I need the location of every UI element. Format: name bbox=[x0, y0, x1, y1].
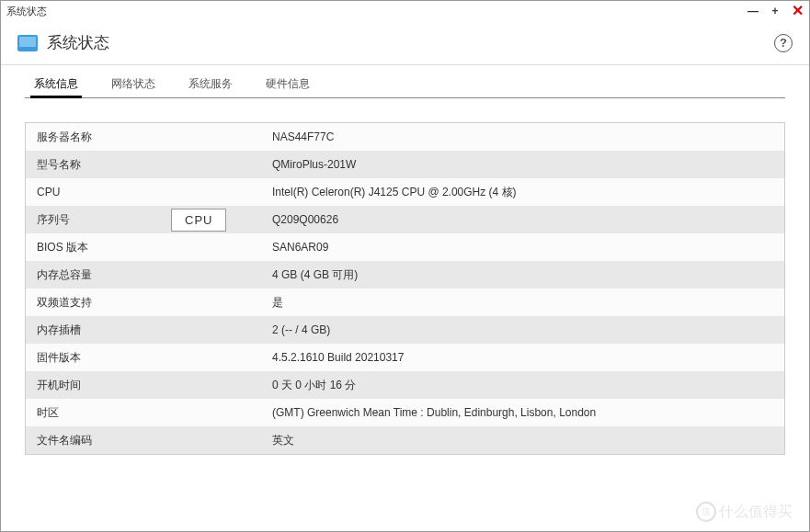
row-label-text: CPU bbox=[37, 186, 60, 198]
table-row: 内存插槽2 (-- / 4 GB) bbox=[26, 316, 784, 344]
tab-0[interactable]: 系统信息 bbox=[34, 76, 78, 97]
row-label-text: 服务器名称 bbox=[37, 130, 92, 145]
tab-2[interactable]: 系统服务 bbox=[188, 76, 233, 97]
row-label: 文件名编码 bbox=[37, 433, 272, 448]
row-label-text: 序列号 bbox=[37, 212, 70, 228]
row-label: 双频道支持 bbox=[37, 295, 272, 311]
row-value: QMiroPlus-201W bbox=[272, 158, 773, 171]
row-value: 2 (-- / 4 GB) bbox=[272, 323, 773, 336]
row-label-text: BIOS 版本 bbox=[37, 240, 88, 255]
tab-1[interactable]: 网络状态 bbox=[111, 76, 155, 97]
table-row: 时区(GMT) Greenwich Mean Time : Dublin, Ed… bbox=[26, 399, 784, 426]
row-label: 时区 bbox=[37, 405, 272, 421]
row-value: 英文 bbox=[272, 433, 773, 448]
table-row: 内存总容量4 GB (4 GB 可用) bbox=[26, 261, 784, 289]
row-label-text: 双频道支持 bbox=[37, 295, 92, 311]
row-value: 0 天 0 小时 16 分 bbox=[272, 378, 773, 393]
row-label-text: 文件名编码 bbox=[37, 433, 92, 448]
table-row: CPUIntel(R) Celeron(R) J4125 CPU @ 2.00G… bbox=[26, 178, 784, 206]
table-row: 开机时间0 天 0 小时 16 分 bbox=[26, 371, 784, 399]
close-button[interactable]: ✕ bbox=[791, 5, 804, 17]
row-label: 序列号CPU bbox=[37, 209, 272, 232]
table-row: BIOS 版本SAN6AR09 bbox=[26, 233, 784, 261]
row-value: Intel(R) Celeron(R) J4125 CPU @ 2.00GHz … bbox=[272, 185, 773, 200]
row-label: BIOS 版本 bbox=[37, 240, 272, 255]
row-label-text: 型号名称 bbox=[37, 157, 81, 173]
table-row: 型号名称QMiroPlus-201W bbox=[26, 151, 784, 178]
tabs: 系统信息网络状态系统服务硬件信息 bbox=[25, 74, 785, 98]
row-label-text: 内存插槽 bbox=[37, 323, 81, 338]
table-row: 固件版本4.5.2.1610 Build 20210317 bbox=[26, 344, 784, 371]
content-area: 系统信息网络状态系统服务硬件信息 服务器名称NAS44F77C型号名称QMiro… bbox=[1, 65, 809, 531]
system-status-window: 系统状态 — + ✕ 系统状态 ? 系统信息网络状态系统服务硬件信息 服务器名称… bbox=[0, 0, 810, 532]
table-row: 服务器名称NAS44F77C bbox=[26, 123, 784, 151]
row-label: 内存插槽 bbox=[37, 323, 272, 338]
row-value: Q209Q00626 bbox=[272, 213, 773, 226]
cpu-badge: CPU bbox=[171, 209, 226, 232]
system-info-table: 服务器名称NAS44F77C型号名称QMiroPlus-201WCPUIntel… bbox=[25, 122, 785, 455]
row-label: 型号名称 bbox=[37, 157, 272, 173]
row-label: 开机时间 bbox=[37, 378, 272, 393]
row-label-text: 开机时间 bbox=[37, 378, 81, 393]
window-title: 系统状态 bbox=[6, 5, 747, 18]
monitor-icon bbox=[17, 35, 38, 51]
row-label: 固件版本 bbox=[37, 350, 272, 366]
row-label-text: 内存总容量 bbox=[37, 267, 92, 283]
row-value: 是 bbox=[272, 295, 773, 311]
help-icon[interactable]: ? bbox=[774, 34, 793, 52]
window-controls: — + ✕ bbox=[747, 5, 804, 17]
row-label: 内存总容量 bbox=[37, 267, 272, 283]
titlebar: 系统状态 — + ✕ bbox=[1, 1, 809, 21]
row-value: SAN6AR09 bbox=[272, 241, 773, 254]
maximize-button[interactable]: + bbox=[769, 5, 781, 17]
row-label: 服务器名称 bbox=[37, 130, 272, 145]
row-label-text: 固件版本 bbox=[37, 350, 81, 366]
row-value: 4.5.2.1610 Build 20210317 bbox=[272, 351, 773, 364]
minimize-button[interactable]: — bbox=[747, 5, 759, 17]
page-title: 系统状态 bbox=[47, 32, 774, 53]
table-row: 双频道支持是 bbox=[26, 289, 784, 316]
row-value: 4 GB (4 GB 可用) bbox=[272, 267, 773, 283]
row-value: (GMT) Greenwich Mean Time : Dublin, Edin… bbox=[272, 406, 773, 419]
row-value: NAS44F77C bbox=[272, 130, 773, 143]
row-label: CPU bbox=[37, 186, 272, 198]
tab-3[interactable]: 硬件信息 bbox=[266, 76, 310, 97]
header: 系统状态 ? bbox=[1, 21, 809, 65]
row-label-text: 时区 bbox=[37, 405, 59, 421]
table-row: 序列号CPUQ209Q00626 bbox=[26, 206, 784, 233]
table-row: 文件名编码英文 bbox=[26, 426, 784, 454]
